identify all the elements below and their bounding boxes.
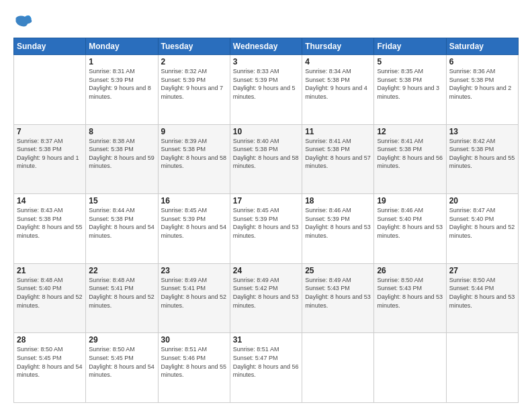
day-detail: Sunrise: 8:48 AMSunset: 5:40 PMDaylight:… [17, 276, 83, 310]
calendar-cell: 21Sunrise: 8:48 AMSunset: 5:40 PMDayligh… [14, 263, 86, 333]
calendar-cell [14, 55, 86, 125]
day-number: 21 [17, 266, 83, 275]
day-detail: Sunrise: 8:35 AMSunset: 5:38 PMDaylight:… [377, 67, 443, 101]
weekday-header-thursday: Thursday [302, 38, 374, 55]
day-detail: Sunrise: 8:31 AMSunset: 5:39 PMDaylight:… [89, 67, 154, 101]
calendar-cell: 17Sunrise: 8:45 AMSunset: 5:39 PMDayligh… [230, 194, 302, 264]
weekday-header-wednesday: Wednesday [230, 38, 302, 55]
calendar-cell: 18Sunrise: 8:46 AMSunset: 5:39 PMDayligh… [302, 194, 374, 264]
calendar-cell [374, 333, 446, 403]
calendar-cell: 25Sunrise: 8:49 AMSunset: 5:43 PMDayligh… [302, 263, 374, 333]
calendar-cell: 14Sunrise: 8:43 AMSunset: 5:38 PMDayligh… [14, 194, 86, 264]
day-detail: Sunrise: 8:41 AMSunset: 5:38 PMDaylight:… [305, 137, 371, 171]
day-detail: Sunrise: 8:40 AMSunset: 5:38 PMDaylight:… [233, 137, 299, 171]
calendar-cell: 12Sunrise: 8:41 AMSunset: 5:38 PMDayligh… [374, 124, 446, 194]
day-number: 26 [377, 266, 443, 275]
day-number: 29 [89, 335, 154, 345]
day-detail: Sunrise: 8:41 AMSunset: 5:38 PMDaylight:… [377, 137, 443, 171]
calendar-week-row: 14Sunrise: 8:43 AMSunset: 5:38 PMDayligh… [14, 194, 519, 264]
header [13, 12, 519, 31]
calendar-cell: 27Sunrise: 8:50 AMSunset: 5:44 PMDayligh… [446, 263, 518, 333]
day-number: 14 [17, 196, 83, 205]
calendar-cell: 5Sunrise: 8:35 AMSunset: 5:38 PMDaylight… [374, 55, 446, 125]
calendar-cell: 8Sunrise: 8:38 AMSunset: 5:38 PMDaylight… [86, 124, 158, 194]
day-detail: Sunrise: 8:38 AMSunset: 5:38 PMDaylight:… [89, 137, 154, 171]
calendar-cell: 6Sunrise: 8:36 AMSunset: 5:38 PMDaylight… [446, 55, 518, 125]
day-detail: Sunrise: 8:51 AMSunset: 5:46 PMDaylight:… [161, 345, 227, 379]
day-detail: Sunrise: 8:50 AMSunset: 5:45 PMDaylight:… [17, 345, 83, 379]
day-number: 24 [233, 266, 299, 275]
day-detail: Sunrise: 8:46 AMSunset: 5:40 PMDaylight:… [377, 206, 443, 240]
day-number: 18 [305, 196, 371, 205]
calendar-cell: 1Sunrise: 8:31 AMSunset: 5:39 PMDaylight… [86, 55, 158, 125]
day-detail: Sunrise: 8:49 AMSunset: 5:41 PMDaylight:… [161, 276, 227, 310]
day-detail: Sunrise: 8:44 AMSunset: 5:38 PMDaylight:… [89, 206, 154, 240]
calendar-body: 1Sunrise: 8:31 AMSunset: 5:39 PMDaylight… [14, 55, 519, 403]
day-number: 27 [449, 266, 515, 275]
calendar-week-row: 1Sunrise: 8:31 AMSunset: 5:39 PMDaylight… [14, 55, 519, 125]
day-number: 8 [89, 127, 154, 136]
calendar-cell: 31Sunrise: 8:51 AMSunset: 5:47 PMDayligh… [230, 333, 302, 403]
day-number: 15 [89, 196, 154, 205]
calendar-cell: 22Sunrise: 8:48 AMSunset: 5:41 PMDayligh… [86, 263, 158, 333]
weekday-header-row: SundayMondayTuesdayWednesdayThursdayFrid… [14, 38, 519, 55]
calendar-header: SundayMondayTuesdayWednesdayThursdayFrid… [14, 38, 519, 55]
day-detail: Sunrise: 8:32 AMSunset: 5:39 PMDaylight:… [161, 67, 227, 101]
day-detail: Sunrise: 8:34 AMSunset: 5:38 PMDaylight:… [305, 67, 371, 101]
calendar-cell: 24Sunrise: 8:49 AMSunset: 5:42 PMDayligh… [230, 263, 302, 333]
calendar-cell: 30Sunrise: 8:51 AMSunset: 5:46 PMDayligh… [158, 333, 230, 403]
day-number: 10 [233, 127, 299, 136]
day-number: 31 [233, 335, 299, 345]
calendar-cell: 4Sunrise: 8:34 AMSunset: 5:38 PMDaylight… [302, 55, 374, 125]
day-number: 1 [89, 57, 154, 66]
day-detail: Sunrise: 8:49 AMSunset: 5:43 PMDaylight:… [305, 276, 371, 310]
day-detail: Sunrise: 8:43 AMSunset: 5:38 PMDaylight:… [17, 206, 83, 240]
calendar-cell: 28Sunrise: 8:50 AMSunset: 5:45 PMDayligh… [14, 333, 86, 403]
day-number: 12 [377, 127, 443, 136]
day-detail: Sunrise: 8:50 AMSunset: 5:45 PMDaylight:… [89, 345, 154, 379]
day-number: 2 [161, 57, 227, 66]
day-number: 11 [305, 127, 371, 136]
day-number: 22 [89, 266, 154, 275]
day-number: 9 [161, 127, 227, 136]
logo-icon [13, 12, 32, 31]
day-detail: Sunrise: 8:36 AMSunset: 5:38 PMDaylight:… [449, 67, 515, 101]
day-detail: Sunrise: 8:46 AMSunset: 5:39 PMDaylight:… [305, 206, 371, 240]
weekday-header-saturday: Saturday [446, 38, 518, 55]
weekday-header-monday: Monday [86, 38, 158, 55]
calendar-cell: 10Sunrise: 8:40 AMSunset: 5:38 PMDayligh… [230, 124, 302, 194]
calendar-cell: 15Sunrise: 8:44 AMSunset: 5:38 PMDayligh… [86, 194, 158, 264]
calendar-cell: 16Sunrise: 8:45 AMSunset: 5:39 PMDayligh… [158, 194, 230, 264]
day-detail: Sunrise: 8:48 AMSunset: 5:41 PMDaylight:… [89, 276, 154, 310]
day-number: 16 [161, 196, 227, 205]
calendar-cell: 13Sunrise: 8:42 AMSunset: 5:38 PMDayligh… [446, 124, 518, 194]
calendar-cell [302, 333, 374, 403]
weekday-header-sunday: Sunday [14, 38, 86, 55]
day-number: 28 [17, 335, 83, 345]
day-detail: Sunrise: 8:39 AMSunset: 5:38 PMDaylight:… [161, 137, 227, 171]
logo [13, 12, 35, 31]
day-number: 20 [449, 196, 515, 205]
weekday-header-tuesday: Tuesday [158, 38, 230, 55]
day-detail: Sunrise: 8:33 AMSunset: 5:39 PMDaylight:… [233, 67, 299, 101]
calendar-week-row: 7Sunrise: 8:37 AMSunset: 5:38 PMDaylight… [14, 124, 519, 194]
calendar-cell: 19Sunrise: 8:46 AMSunset: 5:40 PMDayligh… [374, 194, 446, 264]
calendar-table: SundayMondayTuesdayWednesdayThursdayFrid… [13, 38, 519, 403]
day-number: 25 [305, 266, 371, 275]
calendar-cell: 23Sunrise: 8:49 AMSunset: 5:41 PMDayligh… [158, 263, 230, 333]
calendar-cell: 9Sunrise: 8:39 AMSunset: 5:38 PMDaylight… [158, 124, 230, 194]
calendar-week-row: 28Sunrise: 8:50 AMSunset: 5:45 PMDayligh… [14, 333, 519, 403]
day-number: 5 [377, 57, 443, 66]
page: SundayMondayTuesdayWednesdayThursdayFrid… [0, 0, 532, 411]
weekday-header-friday: Friday [374, 38, 446, 55]
day-number: 6 [449, 57, 515, 66]
day-number: 7 [17, 127, 83, 136]
day-number: 4 [305, 57, 371, 66]
day-detail: Sunrise: 8:49 AMSunset: 5:42 PMDaylight:… [233, 276, 299, 310]
calendar-cell: 11Sunrise: 8:41 AMSunset: 5:38 PMDayligh… [302, 124, 374, 194]
day-detail: Sunrise: 8:50 AMSunset: 5:44 PMDaylight:… [449, 276, 515, 310]
calendar-cell: 20Sunrise: 8:47 AMSunset: 5:40 PMDayligh… [446, 194, 518, 264]
calendar-cell: 2Sunrise: 8:32 AMSunset: 5:39 PMDaylight… [158, 55, 230, 125]
day-detail: Sunrise: 8:42 AMSunset: 5:38 PMDaylight:… [449, 137, 515, 171]
calendar-cell: 7Sunrise: 8:37 AMSunset: 5:38 PMDaylight… [14, 124, 86, 194]
